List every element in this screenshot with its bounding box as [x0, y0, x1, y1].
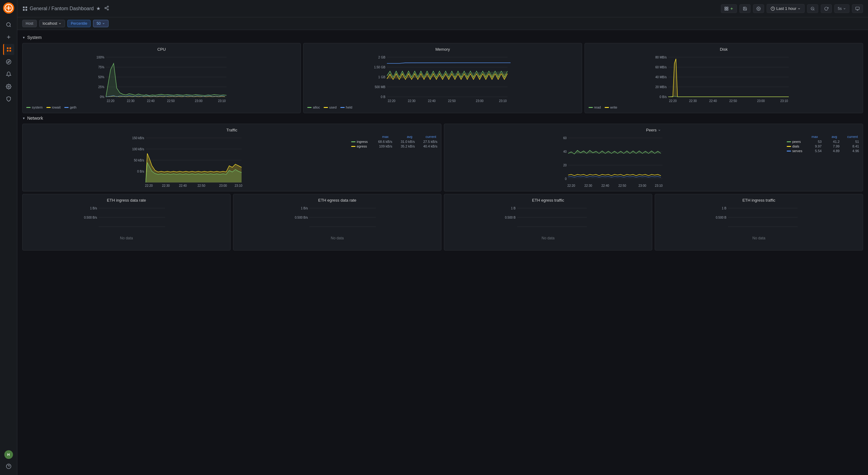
tv-mode-button[interactable] [852, 4, 863, 13]
svg-text:22:50: 22:50 [618, 184, 626, 187]
svg-text:22:40: 22:40 [147, 99, 155, 103]
traffic-chart: 150 kB/s 100 kB/s 50 kB/s 0 B/s 22:20 22 [26, 135, 349, 187]
svg-text:22:30: 22:30 [584, 184, 592, 187]
serves-name: serves [787, 149, 804, 153]
peers-chart: 60 40 20 0 22:20 22:30 22: [448, 135, 784, 187]
egress-max: 109 kB/s [372, 144, 392, 148]
svg-text:22:20: 22:20 [567, 184, 575, 187]
peers-panel: Peers 60 40 20 0 [444, 124, 863, 191]
ingress-name: ingress [351, 140, 370, 144]
traffic-stats-header: max avg current [351, 135, 437, 139]
sidebar-dashboards[interactable] [3, 44, 14, 55]
dashboard: ▼ System CPU 100% 75 [17, 30, 868, 475]
svg-text:23:10: 23:10 [235, 184, 242, 187]
network-section-header: ▼ Network [22, 116, 863, 121]
peers-chevron[interactable] [658, 129, 661, 132]
time-range-picker[interactable]: Last 1 hour [767, 4, 805, 13]
egress-avg: 35.2 kB/s [395, 144, 415, 148]
svg-text:100%: 100% [96, 56, 104, 59]
svg-text:22:50: 22:50 [167, 99, 175, 103]
svg-text:50%: 50% [98, 76, 104, 79]
memory-title: Memory [307, 47, 578, 52]
sidebar-settings[interactable] [3, 81, 14, 92]
traffic-inner: 150 kB/s 100 kB/s 50 kB/s 0 B/s 22:20 22 [26, 135, 437, 187]
svg-text:1 GB: 1 GB [378, 76, 385, 79]
svg-text:22:40: 22:40 [179, 184, 187, 187]
peers-max-val: 53 [806, 140, 822, 144]
settings-button[interactable] [753, 4, 764, 13]
sidebar-shield[interactable] [3, 93, 14, 105]
sidebar-add[interactable] [3, 32, 14, 43]
sidebar-help[interactable] [3, 461, 14, 472]
system-title: System [27, 35, 42, 40]
ingress-stats-row: ingress 68.6 kB/s 31.0 kB/s 27.5 kB/s [351, 140, 437, 144]
disk-legend-read: read [589, 106, 601, 109]
svg-point-12 [6, 60, 11, 64]
star-button[interactable]: ★ [96, 6, 100, 11]
svg-marker-13 [7, 61, 9, 63]
max-header: max [369, 135, 389, 139]
zoom-out-button[interactable] [807, 4, 818, 13]
memory-panel: Memory 2 GB 1.50 GB 1 GB 500 MB 0 B [303, 43, 582, 113]
breadcrumb-general: General / Fantom Dashboard [30, 6, 94, 11]
svg-text:0.500 B: 0.500 B [505, 216, 516, 219]
svg-text:50 kB/s: 50 kB/s [134, 159, 144, 162]
system-chevron[interactable]: ▼ [22, 36, 25, 39]
peers-avg-val: 41.2 [824, 140, 840, 144]
svg-text:23:10: 23:10 [218, 99, 226, 103]
svg-text:23:00: 23:00 [195, 99, 203, 103]
percentile-label: Percentile [67, 20, 91, 27]
svg-point-23 [107, 9, 108, 10]
svg-text:22:20: 22:20 [145, 184, 153, 187]
add-panel-button[interactable] [721, 4, 737, 13]
sidebar-explore[interactable] [3, 56, 14, 67]
ingress-avg: 31.0 kB/s [395, 140, 415, 144]
svg-rect-11 [9, 50, 11, 52]
disk-legend-write: write [604, 106, 617, 109]
svg-text:20: 20 [563, 164, 567, 167]
current-header: current [416, 135, 436, 139]
host-select[interactable]: localhost [39, 20, 65, 27]
svg-text:22:50: 22:50 [197, 184, 205, 187]
svg-line-5 [9, 26, 10, 27]
svg-text:22:20: 22:20 [106, 99, 114, 103]
disk-title: Disk [589, 47, 859, 52]
svg-text:22:50: 22:50 [729, 99, 737, 103]
svg-text:22:30: 22:30 [689, 99, 697, 103]
network-chevron[interactable]: ▼ [22, 117, 25, 120]
svg-line-25 [106, 7, 107, 8]
cpu-legend-iowait: iowait [46, 106, 61, 109]
refresh-button[interactable] [821, 4, 832, 13]
sidebar-search[interactable] [3, 19, 14, 30]
svg-point-21 [107, 6, 108, 7]
svg-rect-10 [7, 50, 8, 52]
save-button[interactable] [739, 4, 750, 13]
topbar-actions: Last 1 hour 5s [721, 4, 863, 13]
dials-row: dials 9.97 7.99 8.41 [787, 144, 859, 148]
memory-legend: alloc used held [307, 106, 578, 109]
sidebar-alerting[interactable] [3, 69, 14, 80]
svg-text:0.500 B: 0.500 B [716, 216, 727, 219]
svg-text:0 B/s: 0 B/s [137, 170, 144, 173]
refresh-interval-button[interactable]: 5s [834, 4, 849, 13]
eth-ingress-rate-panel: ETH ingress data rate 1 B/s 0.500 B/s No… [22, 194, 230, 250]
svg-rect-18 [26, 6, 27, 8]
svg-text:22:40: 22:40 [428, 99, 436, 103]
svg-text:22:20: 22:20 [388, 99, 395, 103]
svg-text:22:40: 22:40 [601, 184, 609, 187]
user-avatar[interactable]: H [4, 450, 13, 459]
svg-text:23:00: 23:00 [476, 99, 484, 103]
eth-egress-traffic-title: ETH egress traffic [448, 198, 648, 203]
dials-current-val: 8.41 [842, 144, 859, 148]
app-logo[interactable] [3, 2, 14, 13]
svg-text:40 MB/s: 40 MB/s [655, 76, 667, 79]
svg-rect-20 [26, 9, 27, 10]
cpu-title: CPU [26, 47, 297, 52]
eth-panels: ETH ingress data rate 1 B/s 0.500 B/s No… [22, 194, 863, 250]
svg-text:22:30: 22:30 [408, 99, 415, 103]
traffic-title: Traffic [26, 128, 437, 132]
ingress-current: 27.5 kB/s [417, 140, 437, 144]
percentile-select[interactable]: 50 [93, 20, 108, 27]
share-button[interactable] [104, 6, 109, 12]
svg-rect-37 [856, 7, 859, 9]
